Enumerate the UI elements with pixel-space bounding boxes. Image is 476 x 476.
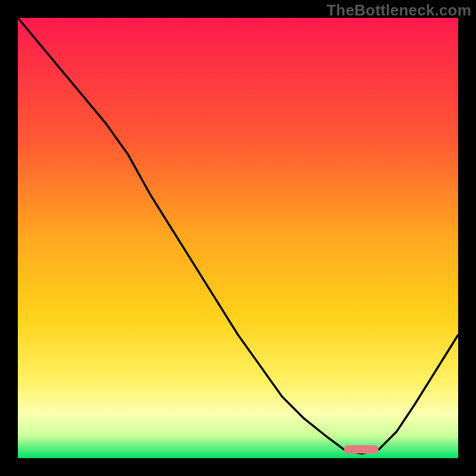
watermark-text: TheBottleneck.com bbox=[327, 1, 471, 20]
axis-right bbox=[458, 0, 476, 476]
axis-bottom bbox=[0, 458, 476, 476]
optimum-marker bbox=[344, 445, 378, 453]
chart-frame: TheBottleneck.com bbox=[0, 0, 476, 476]
axis-left bbox=[0, 0, 18, 476]
plot-background bbox=[18, 18, 458, 458]
bottleneck-chart bbox=[0, 0, 476, 476]
